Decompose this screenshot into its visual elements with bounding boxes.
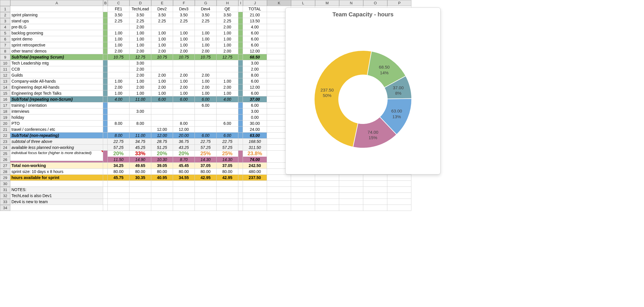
- cell[interactable]: 2.25: [217, 18, 238, 24]
- cell-total[interactable]: 3.00: [243, 60, 267, 66]
- cell[interactable]: 57.25: [195, 145, 217, 151]
- cell-total[interactable]: 68.50: [243, 54, 267, 60]
- cell[interactable]: 6.00: [151, 96, 173, 102]
- cell[interactable]: 6.00: [195, 133, 217, 139]
- cell[interactable]: 10.30: [151, 157, 173, 163]
- cell[interactable]: [151, 66, 173, 72]
- cell[interactable]: 80.00: [173, 169, 195, 175]
- cell[interactable]: 80.00: [129, 169, 151, 175]
- cell[interactable]: [217, 108, 238, 114]
- cell[interactable]: 2.00: [195, 48, 217, 54]
- cell[interactable]: 1.00: [151, 90, 173, 96]
- cell[interactable]: 1.00: [173, 36, 195, 42]
- cell-total[interactable]: 12.00: [243, 48, 267, 54]
- cell[interactable]: 3.50: [108, 12, 129, 18]
- cell-total[interactable]: 24.00: [243, 127, 267, 133]
- cell[interactable]: 12.75: [129, 54, 151, 60]
- cell[interactable]: 2.00: [173, 72, 195, 78]
- cell[interactable]: 2.00: [217, 24, 238, 30]
- cell[interactable]: 6.00: [173, 96, 195, 102]
- cell-total[interactable]: 242.50: [243, 163, 267, 169]
- cell[interactable]: [217, 66, 238, 72]
- note[interactable]: NOTES:: [10, 187, 103, 193]
- cell[interactable]: 2.00: [129, 84, 151, 90]
- col-header[interactable]: L: [291, 0, 315, 6]
- table-header[interactable]: QE: [217, 6, 238, 12]
- cell[interactable]: 2.25: [108, 18, 129, 24]
- cell[interactable]: 2.00: [129, 24, 151, 30]
- col-header[interactable]: K: [267, 0, 291, 6]
- cell[interactable]: [173, 108, 195, 114]
- cell[interactable]: 11.50: [108, 157, 129, 163]
- cell-total[interactable]: 6.00: [243, 90, 267, 96]
- cell[interactable]: 8.00: [108, 121, 129, 127]
- cell[interactable]: 2.25: [195, 18, 217, 24]
- cell[interactable]: 2.00: [108, 84, 129, 90]
- cell[interactable]: [151, 102, 173, 108]
- cell[interactable]: [195, 127, 217, 133]
- cell[interactable]: 42.95: [217, 175, 238, 181]
- cell[interactable]: 2.00: [129, 66, 151, 72]
- cell[interactable]: 1.00: [129, 78, 151, 84]
- cell[interactable]: 1.00: [217, 36, 238, 42]
- col-header[interactable]: F: [173, 0, 195, 6]
- cell[interactable]: [151, 114, 173, 121]
- cell[interactable]: 11.00: [129, 96, 151, 102]
- cell[interactable]: 1.00: [195, 90, 217, 96]
- cell-total[interactable]: 37.00: [243, 96, 267, 102]
- col-header[interactable]: G: [195, 0, 217, 6]
- cell[interactable]: 8.00: [108, 133, 129, 139]
- cell[interactable]: 3.50: [195, 12, 217, 18]
- cell[interactable]: 10.75: [108, 54, 129, 60]
- cell-total[interactable]: 0.00: [243, 114, 267, 121]
- cell[interactable]: 12.00: [173, 127, 195, 133]
- cell[interactable]: 40.95: [151, 175, 173, 181]
- row-label[interactable]: backlog grooming: [10, 30, 103, 36]
- cell-total[interactable]: 74.00: [243, 157, 267, 163]
- cell[interactable]: 6.00: [217, 121, 238, 127]
- cell[interactable]: [129, 102, 151, 108]
- cell[interactable]: 2.00: [151, 72, 173, 78]
- cell[interactable]: 8.00: [129, 121, 151, 127]
- cell[interactable]: [129, 114, 151, 121]
- cell[interactable]: 2.00: [217, 48, 238, 54]
- cell[interactable]: 1.00: [129, 30, 151, 36]
- cell[interactable]: 36.75: [173, 139, 195, 145]
- cell[interactable]: [195, 60, 217, 66]
- cell[interactable]: 20.00: [173, 133, 195, 139]
- cell[interactable]: 1.00: [108, 90, 129, 96]
- cell[interactable]: 1.00: [195, 42, 217, 48]
- cell[interactable]: 34.25: [108, 163, 129, 169]
- col-header[interactable]: J: [243, 0, 267, 6]
- cell[interactable]: 1.00: [129, 36, 151, 42]
- cell[interactable]: [195, 108, 217, 114]
- row-label[interactable]: Tech Leadership mtg: [10, 60, 103, 66]
- cell[interactable]: 12.75: [217, 54, 238, 60]
- col-header[interactable]: M: [315, 0, 339, 6]
- cell[interactable]: [151, 60, 173, 66]
- cell[interactable]: 3.50: [173, 12, 195, 18]
- cell[interactable]: 1.00: [217, 78, 238, 84]
- row-label[interactable]: sprint retrospective: [10, 42, 103, 48]
- cell[interactable]: 2.00: [108, 48, 129, 54]
- row-label[interactable]: other teams' demos: [10, 48, 103, 54]
- cell[interactable]: 3.50: [217, 12, 238, 18]
- cell[interactable]: 1.00: [195, 36, 217, 42]
- table-header[interactable]: TechLead: [129, 6, 151, 12]
- cell[interactable]: [173, 60, 195, 66]
- row-label[interactable]: sprint demo: [10, 36, 103, 42]
- cell[interactable]: 1.00: [173, 42, 195, 48]
- cell[interactable]: 42.95: [195, 175, 217, 181]
- col-header[interactable]: D: [129, 0, 151, 6]
- cell[interactable]: 22.75: [195, 139, 217, 145]
- cell[interactable]: 6.00: [195, 102, 217, 108]
- cell[interactable]: 8.00: [173, 121, 195, 127]
- cell[interactable]: 3.00: [129, 60, 151, 66]
- row-label[interactable]: pre-BLG: [10, 24, 103, 30]
- cell-total[interactable]: 4.00: [243, 24, 267, 30]
- row-label[interactable]: holiday: [10, 114, 103, 121]
- cell[interactable]: [173, 102, 195, 108]
- note[interactable]: TechLead is also Dev1: [10, 193, 103, 199]
- cell[interactable]: [217, 127, 238, 133]
- cell[interactable]: 34.55: [173, 175, 195, 181]
